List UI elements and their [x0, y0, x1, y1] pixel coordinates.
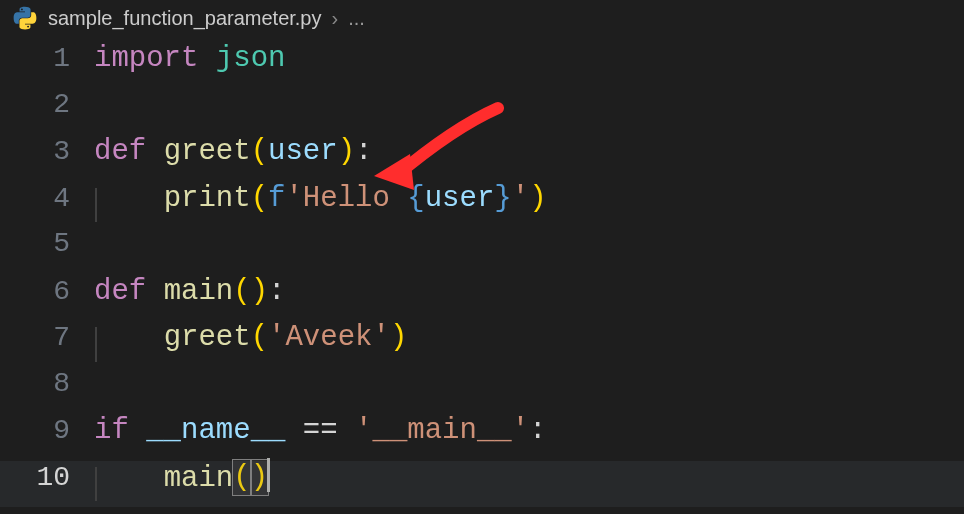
code-content[interactable]: main() [94, 461, 270, 495]
code-line[interactable]: 2 [0, 89, 964, 136]
code-line[interactable]: 8 [0, 368, 964, 415]
string-literal: 'Hello [285, 182, 407, 215]
paren-close: ) [390, 321, 407, 354]
breadcrumb-file[interactable]: sample_function_parameter.py [48, 7, 322, 30]
code-content[interactable]: def main(): [94, 275, 285, 308]
python-icon [12, 5, 38, 31]
line-number: 3 [0, 136, 94, 167]
code-content[interactable]: if __name__ == '__main__': [94, 414, 547, 447]
line-number: 10 [0, 462, 94, 493]
line-number: 2 [0, 89, 94, 120]
code-line[interactable]: 3 def greet(user): [0, 135, 964, 182]
code-line[interactable]: 7 greet('Aveek') [0, 321, 964, 368]
paren-close: ) [338, 135, 355, 168]
paren-close: ) [529, 182, 546, 215]
parameter-name: user [268, 135, 338, 168]
paren-close: ) [251, 275, 268, 308]
breadcrumb[interactable]: sample_function_parameter.py › ... [0, 0, 964, 36]
paren-close: ) [251, 461, 268, 494]
paren-open: ( [233, 275, 250, 308]
code-content[interactable]: print(f'Hello {user}') [94, 182, 547, 215]
keyword-def: def [94, 135, 146, 168]
code-line[interactable]: 9 if __name__ == '__main__': [0, 414, 964, 461]
code-line[interactable]: 6 def main(): [0, 275, 964, 322]
dunder-name: __name__ [146, 414, 285, 447]
code-editor[interactable]: 1 import json 2 3 def greet(user): 4 pri… [0, 36, 964, 507]
colon: : [355, 135, 372, 168]
paren-open: ( [251, 321, 268, 354]
function-name: main [164, 275, 234, 308]
text-cursor [267, 458, 270, 492]
chevron-right-icon: › [332, 7, 339, 30]
function-call: greet [164, 321, 251, 354]
function-call: print [164, 182, 251, 215]
string-literal: 'Aveek' [268, 321, 390, 354]
code-line[interactable]: 4 print(f'Hello {user}') [0, 182, 964, 229]
code-content[interactable]: greet('Aveek') [94, 321, 407, 354]
fstring-prefix: f [268, 182, 285, 215]
fstring-brace: } [494, 182, 511, 215]
line-number: 7 [0, 322, 94, 353]
line-number: 9 [0, 415, 94, 446]
module-name: json [216, 42, 286, 75]
line-number: 1 [0, 43, 94, 74]
variable-name: user [425, 182, 495, 215]
code-line-current[interactable]: 10 main() [0, 461, 964, 508]
colon: : [268, 275, 285, 308]
breadcrumb-ellipsis[interactable]: ... [348, 7, 365, 30]
keyword-import: import [94, 42, 198, 75]
operator-eq: == [303, 414, 338, 447]
code-content[interactable]: def greet(user): [94, 135, 372, 168]
line-number: 4 [0, 183, 94, 214]
function-name: greet [164, 135, 251, 168]
string-literal: ' [512, 182, 529, 215]
code-content[interactable]: import json [94, 42, 285, 75]
line-number: 5 [0, 228, 94, 259]
code-line[interactable]: 1 import json [0, 42, 964, 89]
function-call: main [164, 461, 234, 494]
paren-open: ( [251, 182, 268, 215]
keyword-def: def [94, 275, 146, 308]
line-number: 8 [0, 368, 94, 399]
line-number: 6 [0, 276, 94, 307]
fstring-brace: { [407, 182, 424, 215]
code-line[interactable]: 5 [0, 228, 964, 275]
string-literal: '__main__' [355, 414, 529, 447]
keyword-if: if [94, 414, 129, 447]
paren-open: ( [233, 461, 250, 494]
colon: : [529, 414, 546, 447]
paren-open: ( [251, 135, 268, 168]
